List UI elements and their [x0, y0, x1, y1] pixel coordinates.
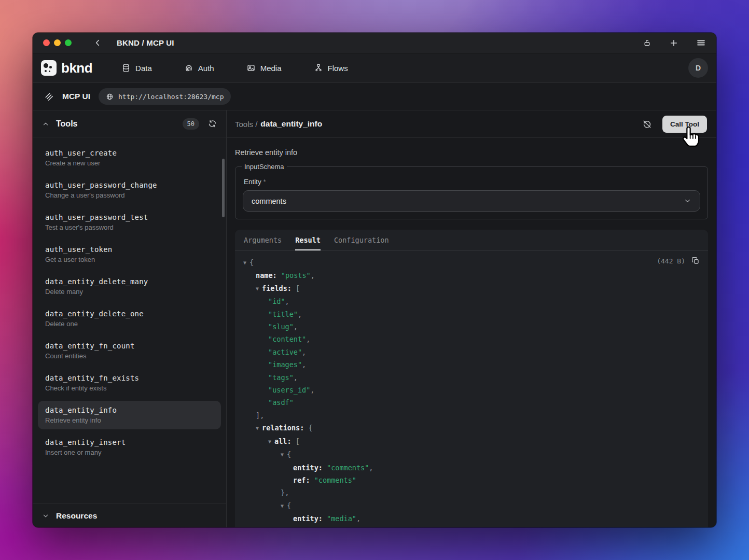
json-line: "tags", [243, 371, 700, 384]
tool-list: auth_user_create Create a new user auth_… [33, 137, 226, 503]
tool-name: auth_user_token [45, 245, 214, 254]
entity-field-label: Entity* [244, 178, 700, 186]
new-tab-icon[interactable] [669, 38, 678, 48]
entity-select[interactable]: comments [243, 190, 700, 212]
breadcrumb: Tools / data_entity_info Call Tool [227, 110, 716, 138]
json-line: ▼ all: [ [243, 435, 700, 448]
bknd-logo-icon [41, 60, 57, 76]
collapse-toggle-icon[interactable]: ▼ [256, 286, 262, 291]
nav-label: Data [135, 64, 152, 73]
tools-section-title: Tools [56, 119, 77, 129]
json-token: "content" [268, 335, 306, 343]
globe-icon [106, 93, 114, 101]
json-token: "users_id" [268, 386, 310, 394]
tools-section-header[interactable]: Tools 50 [33, 110, 226, 137]
json-token: { [287, 501, 291, 510]
collapse-toggle-icon[interactable]: ▼ [281, 452, 287, 457]
resources-section-header[interactable]: Resources [33, 503, 226, 527]
chevron-down-icon[interactable] [42, 512, 49, 520]
tool-name: auth_user_create [45, 149, 214, 157]
refresh-icon[interactable] [208, 119, 217, 128]
json-token: { [249, 258, 254, 267]
copy-icon[interactable] [691, 257, 700, 265]
json-token: "asdf" [268, 398, 294, 407]
json-token: , [298, 310, 302, 318]
json-token: entity: [293, 464, 323, 472]
result-size-label: (442 B) [657, 257, 685, 265]
tool-name: data_entity_delete_one [45, 310, 214, 318]
collapse-toggle-icon[interactable]: ▼ [256, 425, 262, 431]
sidebar-scrollbar[interactable] [222, 159, 225, 217]
json-token: "id" [268, 297, 285, 305]
history-off-icon[interactable] [642, 119, 652, 129]
tool-item[interactable]: data_entity_delete_many Delete many [38, 272, 221, 301]
workflow-icon [314, 63, 323, 73]
json-token: , [302, 348, 306, 356]
json-token: , [311, 271, 315, 279]
json-line: "title", [243, 308, 700, 320]
json-line: ▼ { [243, 448, 700, 461]
bknd-logo[interactable]: bknd [41, 60, 92, 76]
unlock-icon[interactable] [643, 38, 651, 47]
breadcrumb-section[interactable]: Tools / [235, 120, 257, 129]
tool-item[interactable]: data_entity_insert Insert one or many [38, 433, 221, 461]
mcp-url: http://localhost:28623/mcp [118, 93, 224, 101]
tool-item[interactable]: data_entity_fn_count Count entities [38, 337, 221, 365]
json-result-viewer: ▼ {name: "posts",▼ fields: ["id","title"… [235, 251, 708, 527]
menu-icon[interactable] [696, 38, 706, 48]
tool-name: data_entity_insert [45, 438, 214, 446]
nav-label: Auth [198, 64, 214, 73]
minimize-window-button[interactable] [54, 39, 61, 46]
nav-item-data[interactable]: Data [121, 63, 152, 73]
json-token: fields: [262, 284, 292, 292]
nav-item-media[interactable]: Media [246, 63, 282, 73]
tab-configuration[interactable]: Configuration [334, 230, 389, 250]
tab-arguments[interactable]: Arguments [244, 230, 282, 250]
tool-item[interactable]: auth_user_create Create a new user [38, 144, 221, 172]
mcp-url-pill[interactable]: http://localhost:28623/mcp [99, 88, 231, 105]
collapse-toggle-icon[interactable]: ▼ [268, 439, 274, 444]
tool-detail-panel: Tools / data_entity_info Call Tool Retri… [227, 110, 716, 527]
json-token: , [302, 360, 306, 369]
tool-name: auth_user_password_test [45, 213, 214, 221]
json-token: ref: [293, 476, 310, 484]
tool-description: Count entities [45, 352, 214, 360]
close-window-button[interactable] [43, 39, 50, 46]
titlebar: BKND / MCP UI [33, 33, 716, 53]
back-icon[interactable] [93, 38, 102, 47]
tool-item[interactable]: auth_user_password_test Test a user's pa… [38, 208, 221, 236]
json-line: "slug", [243, 320, 700, 333]
tool-item[interactable]: data_entity_fn_exists Check if entity ex… [38, 369, 221, 397]
json-line: name: "posts", [243, 269, 700, 282]
json-token: , [369, 464, 373, 472]
tool-detail-description: Retrieve entity info [227, 138, 716, 163]
tool-description: Delete one [45, 320, 214, 328]
maximize-window-button[interactable] [65, 39, 72, 46]
nav-item-auth[interactable]: Auth [184, 63, 214, 73]
input-schema-fieldset: InputSchema Entity* comments [235, 163, 708, 219]
traffic-lights [43, 39, 72, 46]
json-token: "title" [268, 310, 298, 318]
tab-result[interactable]: Result [295, 230, 321, 250]
json-token: "comments" [310, 476, 356, 484]
json-token: , [310, 386, 314, 394]
database-icon [121, 63, 131, 73]
tool-item[interactable]: data_entity_delete_one Delete one [38, 304, 221, 333]
tool-item[interactable]: auth_user_token Get a user token [38, 240, 221, 269]
json-token: relations: [262, 424, 304, 432]
image-icon [246, 63, 256, 73]
collapse-toggle-icon[interactable]: ▼ [281, 503, 287, 509]
input-schema-legend: InputSchema [242, 163, 287, 171]
collapse-toggle-icon[interactable]: ▼ [243, 260, 249, 265]
json-line: entity: "media", [243, 512, 700, 525]
app-window: BKND / MCP UI bknd [33, 33, 716, 527]
tool-item-selected[interactable]: data_entity_info Retrieve entity info [38, 401, 221, 429]
chevron-up-icon[interactable] [42, 120, 49, 128]
user-avatar[interactable]: D [688, 58, 708, 78]
logo-text: bknd [61, 60, 92, 76]
tool-description: Delete many [45, 288, 214, 296]
nav-item-flows[interactable]: Flows [314, 63, 348, 73]
json-line: ▼ { [243, 256, 700, 269]
call-tool-button[interactable]: Call Tool [662, 116, 707, 133]
tool-item[interactable]: auth_user_password_change Change a user'… [38, 176, 221, 204]
